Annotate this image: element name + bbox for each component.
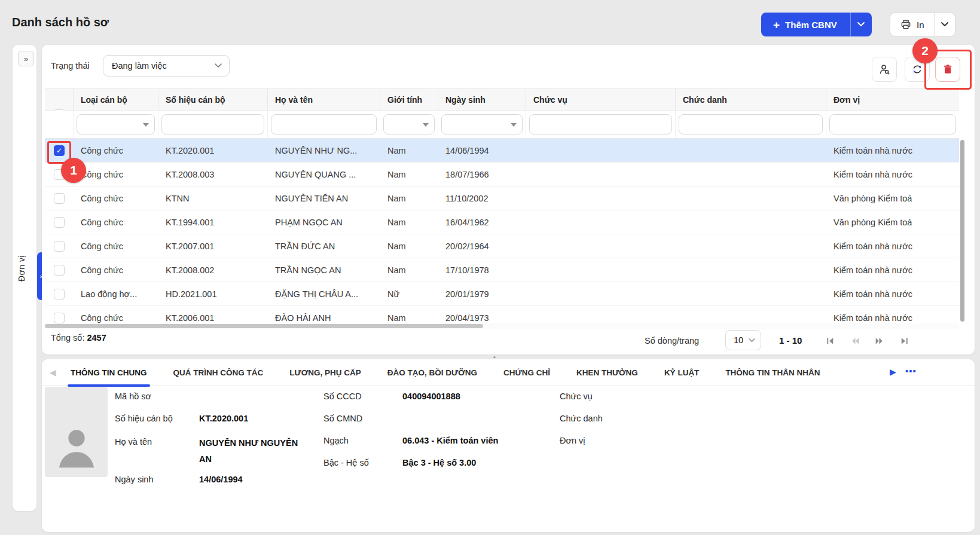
print-split-button[interactable]: In: [890, 13, 955, 36]
table-row[interactable]: Công chức KT.2008.002 TRẦN NGỌC AN Nam 1…: [45, 258, 959, 282]
cell-so-hieu: HD.2021.001: [158, 289, 268, 299]
table-row[interactable]: Lao động hợ... HD.2021.001 ĐẶNG THỊ CHÂU…: [45, 282, 959, 306]
filter-chuc-danh-input[interactable]: [679, 115, 822, 134]
detail-tabs: THÔNG TIN CHUNG QUÁ TRÌNH CÔNG TÁC LƯƠNG…: [42, 359, 975, 386]
table-row[interactable]: Công chức KT.1994.001 PHẠM NGỌC AN Nam 1…: [45, 210, 959, 234]
cell-don-vi: Kiểm toán nhà nước: [826, 289, 959, 299]
column-header[interactable]: Đơn vị: [826, 89, 959, 110]
detail-panel: THÔNG TIN CHUNG QUÁ TRÌNH CÔNG TÁC LƯƠNG…: [42, 359, 975, 532]
cell-loai-can-bo: Công chức: [74, 218, 158, 227]
tab-qua-trinh-cong-tac[interactable]: QUÁ TRÌNH CÔNG TÁC: [173, 359, 264, 386]
field-label: Bậc - Hệ số: [323, 458, 369, 467]
chevron-down-icon: [857, 22, 865, 27]
column-header[interactable]: Chức vụ: [526, 89, 676, 110]
cell-so-hieu: KT.2008.002: [158, 265, 268, 275]
print-dropdown-button[interactable]: [934, 13, 955, 36]
column-header[interactable]: Số hiệu cán bộ: [158, 89, 268, 110]
row-checkbox[interactable]: [54, 265, 65, 276]
cell-gioi-tinh: Nam: [380, 218, 438, 227]
tab-chung-chi[interactable]: CHỨNG CHỈ: [503, 359, 550, 386]
header-checkbox-cell: [45, 89, 74, 110]
column-header[interactable]: Loại cán bộ: [74, 89, 158, 110]
cell-so-hieu: KTNN: [158, 194, 268, 203]
cell-gioi-tinh: Nam: [380, 170, 438, 179]
row-checkbox[interactable]: [54, 313, 65, 323]
cell-don-vi: Văn phòng Kiểm toá: [826, 218, 959, 227]
field-label: Chức vụ: [560, 392, 593, 401]
field-value: KT.2020.001: [199, 414, 248, 423]
filter-so-hieu-input[interactable]: [162, 115, 264, 134]
panel-splitter-handle[interactable]: ▲: [484, 354, 505, 359]
tab-scroll-left-icon[interactable]: ◀: [50, 368, 56, 377]
cell-don-vi: Kiểm toán nhà nước: [826, 241, 959, 251]
next-page-button[interactable]: [873, 335, 885, 347]
column-header[interactable]: Chức danh: [676, 89, 826, 110]
row-checkbox[interactable]: [54, 289, 65, 299]
table-row[interactable]: Công chức KT.2006.001 ĐÀO HẢI ANH Nam 20…: [45, 306, 959, 323]
cell-ngay-sinh: 16/04/1962: [438, 218, 526, 227]
user-search-button[interactable]: [872, 57, 897, 82]
tab-luong-phu-cap[interactable]: LƯƠNG, PHỤ CẤP: [289, 359, 361, 386]
filter-chuc-vu-input[interactable]: [530, 115, 671, 134]
table-row[interactable]: Công chức KT.2007.001 TRẦN ĐỨC AN Nam 20…: [45, 234, 959, 258]
field-label: Ngạch: [323, 436, 349, 445]
tab-khen-thuong[interactable]: KHEN THƯỞNG: [576, 359, 638, 386]
plus-icon: +: [773, 19, 780, 30]
cell-so-hieu: KT.2007.001: [158, 241, 268, 251]
horizontal-scrollbar-thumb[interactable]: [45, 324, 483, 328]
cell-ho-ten: TRẦN NGỌC AN: [268, 265, 380, 275]
cell-ho-ten: TRẦN ĐỨC AN: [268, 241, 380, 251]
column-header[interactable]: Giới tính: [380, 89, 438, 110]
cell-gioi-tinh: Nữ: [380, 289, 438, 299]
row-checkbox[interactable]: [54, 217, 65, 228]
tab-dao-tao-boi-duong[interactable]: ĐÀO TẠO, BỒI DƯỠNG: [387, 359, 477, 386]
table-row[interactable]: ✓ Công chức KT.2020.001 NGUYỄN NHƯ NG...…: [45, 139, 959, 163]
filter-gioi-tinh[interactable]: [383, 114, 435, 134]
cell-ho-ten: NGUYỄN QUANG ...: [268, 170, 380, 179]
cell-ho-ten: NGUYỄN NHƯ NG...: [268, 146, 380, 155]
tab-thong-tin-than-nhan[interactable]: THÔNG TIN THÂN NHÂN: [725, 359, 820, 386]
user-search-icon: [878, 63, 891, 76]
filter-ngay-sinh[interactable]: [441, 114, 523, 134]
last-page-button[interactable]: [898, 335, 910, 347]
table-row[interactable]: Công chức KTNN NGUYỄN TIẾN AN Nam 11/10/…: [45, 187, 959, 210]
filter-don-vi-input[interactable]: [830, 115, 955, 134]
filter-ho-ten-input[interactable]: [271, 115, 376, 134]
add-cbnv-dropdown-button[interactable]: [850, 13, 872, 36]
field-value: Bậc 3 - Hệ số 3.00: [402, 458, 476, 467]
horizontal-scrollbar[interactable]: [45, 323, 959, 329]
previous-page-button[interactable]: [849, 335, 861, 347]
cell-loai-can-bo: Công chức: [74, 194, 158, 203]
cell-gioi-tinh: Nam: [380, 313, 438, 323]
column-header[interactable]: Ngày sinh: [438, 89, 526, 110]
field-label: Số CCCD: [323, 392, 362, 401]
cell-ngay-sinh: 11/10/2002: [438, 194, 526, 203]
cell-ngay-sinh: 20/02/1964: [438, 241, 526, 251]
cell-don-vi: Kiểm toán nhà nước: [826, 146, 959, 155]
row-checkbox[interactable]: [54, 193, 65, 204]
filter-checkbox-cell: [45, 111, 74, 138]
field-value: NGUYỄN NHƯ NGUYÊN AN: [199, 435, 304, 467]
add-cbnv-split-button[interactable]: + Thêm CBNV: [761, 13, 872, 36]
status-filter-select[interactable]: Đang làm việc: [103, 55, 230, 77]
expand-sidebar-button[interactable]: »: [18, 51, 34, 66]
cell-gioi-tinh: Nam: [380, 146, 438, 155]
vertical-scrollbar-thumb[interactable]: [960, 140, 964, 322]
rows-per-page-select[interactable]: 10: [725, 330, 761, 350]
add-cbnv-button[interactable]: + Thêm CBNV: [761, 13, 850, 36]
more-tabs-button[interactable]: •••: [905, 366, 917, 376]
field-value: 040094001888: [402, 392, 460, 401]
table-body: ✓ Công chức KT.2020.001 NGUYỄN NHƯ NG...…: [45, 139, 959, 323]
column-header[interactable]: Họ và tên: [268, 89, 380, 110]
tab-ky-luat[interactable]: KỶ LUẬT: [664, 359, 700, 386]
row-checkbox[interactable]: [54, 241, 65, 252]
tab-thong-tin-chung[interactable]: THÔNG TIN CHUNG: [71, 359, 147, 386]
table-row[interactable]: Công chức KT.2008.003 NGUYỄN QUANG ... N…: [45, 163, 959, 187]
tab-scroll-right-icon[interactable]: ▶: [890, 368, 896, 376]
collapse-up-icon: ▲: [493, 354, 497, 359]
cell-gioi-tinh: Nam: [380, 241, 438, 251]
cell-ho-ten: ĐÀO HẢI ANH: [268, 313, 380, 323]
filter-loai-can-bo[interactable]: [77, 114, 155, 134]
print-button[interactable]: In: [890, 13, 934, 36]
first-page-button[interactable]: [824, 335, 836, 347]
